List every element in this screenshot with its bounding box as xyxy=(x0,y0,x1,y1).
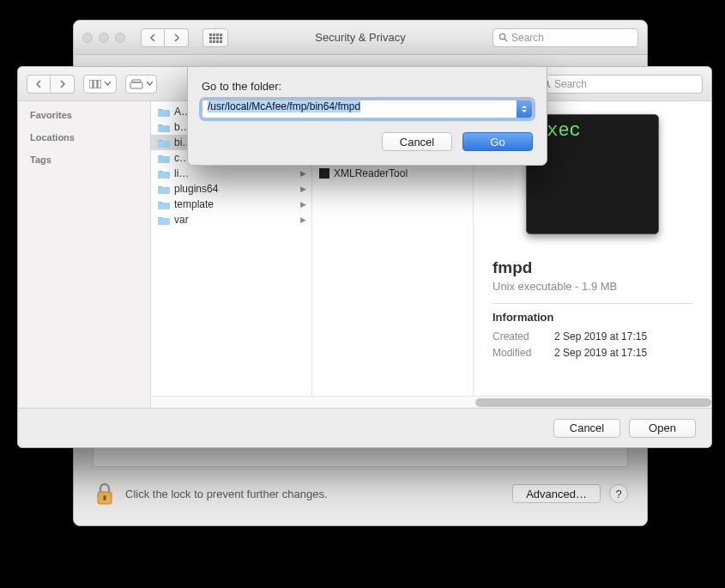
sec-search-placeholder: Search xyxy=(511,32,544,44)
lock-icon[interactable] xyxy=(93,481,117,506)
svg-rect-6 xyxy=(98,80,101,88)
open-nav xyxy=(27,75,75,94)
svg-rect-15 xyxy=(158,172,170,179)
preview-created-label: Created xyxy=(492,330,554,342)
forward-button[interactable] xyxy=(165,28,189,47)
svg-rect-14 xyxy=(158,156,170,163)
back-button[interactable] xyxy=(141,28,165,47)
svg-rect-8 xyxy=(132,80,141,82)
chevron-right-icon: ▶ xyxy=(300,215,306,224)
search-icon xyxy=(498,33,508,42)
sec-search-field[interactable]: Search xyxy=(492,28,638,47)
list-item[interactable]: XMLReaderTool xyxy=(312,166,473,181)
help-button[interactable]: ? xyxy=(609,484,628,503)
preview-modified-label: Modified xyxy=(492,347,554,359)
open-sidebar: FavoritesLocationsTags xyxy=(18,101,151,408)
item-label: li… xyxy=(174,167,189,179)
scrollbar-thumb[interactable] xyxy=(475,398,711,407)
svg-line-10 xyxy=(547,85,550,88)
svg-point-0 xyxy=(499,33,504,39)
goto-go-button[interactable]: Go xyxy=(462,132,533,151)
lock-text: Click the lock to prevent further change… xyxy=(125,488,504,500)
open-search-placeholder: Search xyxy=(554,78,587,90)
open-footer: Cancel Open xyxy=(18,408,711,447)
advanced-button[interactable]: Advanced… xyxy=(512,484,601,503)
updown-icon xyxy=(521,105,528,113)
close-dot[interactable] xyxy=(82,33,93,43)
svg-rect-18 xyxy=(158,218,170,225)
list-item[interactable]: template▶ xyxy=(151,197,311,212)
chevron-right-icon: ▶ xyxy=(300,200,306,209)
open-open-button[interactable]: Open xyxy=(629,419,696,438)
exec-icon xyxy=(319,168,329,179)
chevron-down-icon xyxy=(105,82,111,86)
sec-titlebar: Security & Privacy Search xyxy=(74,21,647,55)
open-search-field[interactable]: Search xyxy=(535,75,703,94)
sidebar-section: Favorites xyxy=(30,110,138,120)
sec-window-title: Security & Privacy xyxy=(235,31,486,44)
item-label: template xyxy=(174,198,214,210)
svg-rect-11 xyxy=(158,110,170,117)
goto-path-input[interactable]: /usr/local/McAfee/fmp/bin64/fmpd xyxy=(202,100,533,118)
chevron-down-icon xyxy=(147,82,153,86)
goto-dropdown-button[interactable] xyxy=(517,100,532,118)
svg-rect-16 xyxy=(158,187,170,194)
group-icon xyxy=(130,79,143,89)
svg-rect-17 xyxy=(158,203,170,209)
list-item[interactable]: plugins64▶ xyxy=(151,181,311,197)
preview-created-value: 2 Sep 2019 at 17:15 xyxy=(554,330,647,342)
preview-modified-value: 2 Sep 2019 at 17:15 xyxy=(554,347,647,359)
svg-rect-3 xyxy=(104,495,106,500)
columns-icon xyxy=(89,80,101,88)
sidebar-section: Tags xyxy=(30,155,138,165)
goto-cancel-button[interactable]: Cancel xyxy=(382,132,452,151)
open-cancel-button[interactable]: Cancel xyxy=(553,419,620,438)
zoom-dot[interactable] xyxy=(115,33,125,43)
svg-rect-7 xyxy=(130,82,142,88)
chevron-right-icon: ▶ xyxy=(300,169,306,178)
preview-exec-text: exec xyxy=(535,120,649,142)
svg-line-1 xyxy=(504,39,507,41)
item-label: plugins64 xyxy=(174,183,218,195)
window-controls xyxy=(82,33,125,43)
sec-nav xyxy=(141,28,189,47)
list-item[interactable]: var▶ xyxy=(151,212,311,227)
open-back-button[interactable] xyxy=(27,75,51,94)
minimize-dot[interactable] xyxy=(99,33,109,43)
list-item[interactable]: li…▶ xyxy=(151,166,311,181)
show-all-button[interactable] xyxy=(202,28,228,47)
item-label: var xyxy=(174,214,189,226)
open-forward-button[interactable] xyxy=(51,75,75,94)
item-label: XMLReaderTool xyxy=(334,167,408,179)
horizontal-scrollbar[interactable] xyxy=(151,396,711,408)
goto-label: Go to the folder: xyxy=(202,80,533,93)
preview-kind: Unix executable - 1.9 MB xyxy=(492,280,692,293)
preview-info-label: Information xyxy=(492,311,692,324)
svg-rect-5 xyxy=(94,80,97,88)
chevron-right-icon: ▶ xyxy=(300,185,306,193)
svg-rect-13 xyxy=(158,141,170,148)
group-button[interactable] xyxy=(125,75,157,94)
sidebar-section: Locations xyxy=(30,132,138,142)
svg-rect-4 xyxy=(89,80,93,88)
view-mode-button[interactable] xyxy=(83,75,117,94)
svg-rect-12 xyxy=(158,125,170,132)
preview-filename: fmpd xyxy=(492,258,692,277)
goto-folder-sheet: Go to the folder: /usr/local/McAfee/fmp/… xyxy=(187,66,547,166)
goto-path-value: /usr/local/McAfee/fmp/bin64/fmpd xyxy=(208,100,360,112)
